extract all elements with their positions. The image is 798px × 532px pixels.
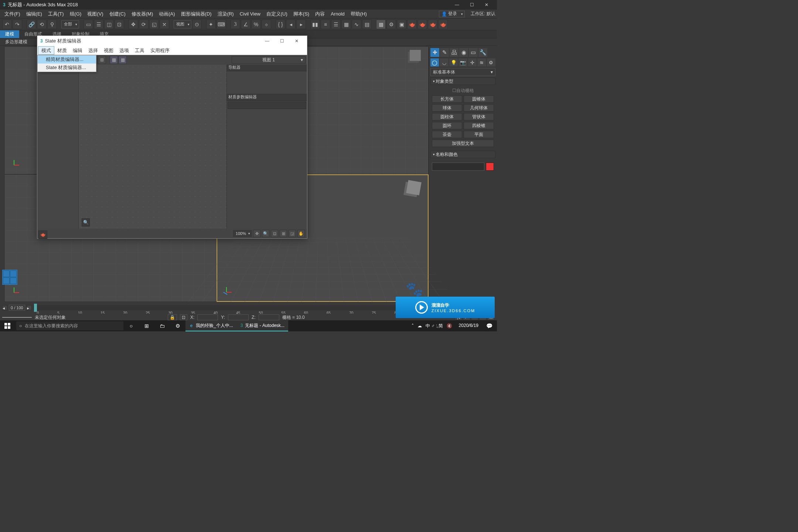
viewcube-icon[interactable] xyxy=(406,180,422,195)
viewcube-icon[interactable] xyxy=(410,50,421,61)
prim-sphere-button[interactable]: 球体 xyxy=(432,104,462,112)
mode-slate-item[interactable]: Slate 材质编辑器... xyxy=(38,64,96,72)
slate-zoomregion-button[interactable]: ⊡ xyxy=(271,230,278,237)
selset-next-button[interactable]: ▸ xyxy=(296,20,306,29)
menu-tools[interactable]: 工具(T) xyxy=(45,10,67,18)
tray-up-icon[interactable]: ˄ xyxy=(412,323,414,328)
menu-group[interactable]: 组(G) xyxy=(67,10,85,18)
menu-grapheditors[interactable]: 图形编辑器(D) xyxy=(178,10,215,18)
coord-x-field[interactable] xyxy=(197,314,218,320)
menu-content[interactable]: 内容 xyxy=(312,10,328,18)
cmd-tab-utilities[interactable]: 🔧 xyxy=(478,48,487,57)
pivot-button[interactable]: ⊙ xyxy=(192,20,202,29)
current-frame-display[interactable]: 0 / 100 xyxy=(9,305,25,311)
slate-zoomextents-button[interactable]: ⊞ xyxy=(280,230,287,237)
polymodeling-chip[interactable]: 多边形建模 xyxy=(2,39,30,45)
timeline-prev-button[interactable]: ◂ xyxy=(2,305,7,310)
rotate-button[interactable]: ⟳ xyxy=(139,20,149,29)
window-maximize-button[interactable]: ☐ xyxy=(464,0,479,10)
create-shapes-button[interactable]: ◡ xyxy=(440,58,448,66)
login-dropdown[interactable]: 👤 登录 xyxy=(439,11,465,17)
ime-status[interactable]: 中 ♂ :,简 xyxy=(426,323,443,329)
slate-menu-options[interactable]: 选项 xyxy=(116,46,132,55)
slate-menu-utilities[interactable]: 实用程序 xyxy=(147,46,173,55)
undo-button[interactable]: ↶ xyxy=(2,20,12,29)
create-geometry-button[interactable]: ◯ xyxy=(430,58,439,66)
create-cameras-button[interactable]: 📷 xyxy=(458,58,467,66)
settings-button[interactable]: ⚙ xyxy=(170,320,185,331)
render-setup-button[interactable]: ⚙ xyxy=(386,20,396,29)
slate-menu-view[interactable]: 视图 xyxy=(101,46,116,55)
select-name-button[interactable]: ☰ xyxy=(94,20,103,29)
taskbar-search[interactable]: ○ 在这里输入你要搜索的内容 xyxy=(16,321,123,330)
timeline-next-button[interactable]: ▸ xyxy=(27,305,32,310)
slate-menu-mode[interactable]: 模式 xyxy=(38,46,54,55)
refcoord-dropdown[interactable]: 视图 xyxy=(174,20,191,28)
prim-cylinder-button[interactable]: 圆柱体 xyxy=(432,113,462,120)
cmd-tab-create[interactable]: ✚ xyxy=(430,48,439,57)
keymode-button[interactable]: ⌨ xyxy=(216,20,226,29)
prim-box-button[interactable]: 长方体 xyxy=(432,95,462,103)
prim-pyramid-button[interactable]: 四棱锥 xyxy=(464,122,494,129)
slate-titlebar[interactable]: 3 Slate 材质编辑器 — ☐ ✕ xyxy=(37,36,307,46)
explorer-button[interactable]: 🗀 xyxy=(154,320,170,331)
redo-button[interactable]: ↷ xyxy=(13,20,22,29)
workspace-label[interactable]: 工作区: 默认 xyxy=(471,11,495,17)
volume-icon[interactable]: 🔇 xyxy=(447,323,452,328)
align-button[interactable]: ≡ xyxy=(321,20,330,29)
onedrive-icon[interactable]: ☁ xyxy=(417,323,422,328)
slate-menu-select[interactable]: 选择 xyxy=(85,46,101,55)
menu-arnold[interactable]: Arnold xyxy=(328,10,348,18)
prim-torus-button[interactable]: 圆环 xyxy=(432,122,462,129)
menu-edit[interactable]: 编辑(E) xyxy=(23,10,45,18)
slate-node-view[interactable]: 🔍 xyxy=(79,65,226,229)
cmd-tab-motion[interactable]: ◉ xyxy=(459,48,468,57)
slate-material-browser[interactable] xyxy=(37,65,79,229)
lock-selection-button[interactable]: 🔒 xyxy=(168,314,177,320)
viewport-layout-button[interactable] xyxy=(2,270,17,285)
isolate-button[interactable]: ⊡ xyxy=(180,314,187,320)
prim-teapot-button[interactable]: 茶壶 xyxy=(432,131,462,138)
render-activeshade-button[interactable]: 🫖 xyxy=(428,20,437,29)
window-minimize-button[interactable]: — xyxy=(450,0,464,10)
slate-navgrid-button[interactable]: ▦ xyxy=(119,56,127,64)
autogrid-checkbox[interactable]: ☐ 自动栅格 xyxy=(432,87,494,94)
link-button[interactable]: 🔗 xyxy=(27,20,36,29)
menu-create[interactable]: 创建(C) xyxy=(106,10,129,18)
cmd-tab-modify[interactable]: ✎ xyxy=(440,48,449,57)
material-editor-button[interactable]: ▩ xyxy=(376,20,386,29)
move-button[interactable]: ✥ xyxy=(129,20,138,29)
render-frame-button[interactable]: ▣ xyxy=(397,20,406,29)
object-color-swatch[interactable] xyxy=(486,163,494,171)
selection-filter-dropdown[interactable]: 全部 xyxy=(61,20,79,28)
slate-param-name-field[interactable] xyxy=(228,102,306,109)
slate-maximize-button[interactable]: ☐ xyxy=(274,36,289,46)
create-category-dropdown[interactable]: 标准基本体 xyxy=(430,68,495,76)
slate-preview-button[interactable]: 🫖 xyxy=(38,231,47,239)
slate-menu-edit[interactable]: 编辑 xyxy=(70,46,85,55)
select-button[interactable]: ▭ xyxy=(83,20,93,29)
ribbon-tab-modeling[interactable]: 建模 xyxy=(0,30,19,38)
menu-civilview[interactable]: Civil View xyxy=(237,10,263,18)
slate-pan-button[interactable]: ✥ xyxy=(253,230,260,237)
slate-minimize-button[interactable]: — xyxy=(260,36,274,46)
manipulate-button[interactable]: ✦ xyxy=(206,20,216,29)
slate-menu-tools[interactable]: 工具 xyxy=(132,46,147,55)
slate-zoomextsel-button[interactable]: ◲ xyxy=(289,230,296,237)
slate-menu-material[interactable]: 材质 xyxy=(54,46,70,55)
menu-animation[interactable]: 动画(A) xyxy=(156,10,178,18)
create-lights-button[interactable]: 💡 xyxy=(449,58,458,66)
angle-snap-button[interactable]: ∠ xyxy=(241,20,250,29)
start-button[interactable] xyxy=(0,320,15,331)
slate-zoom-dropdown[interactable]: 100% xyxy=(233,230,252,237)
menu-modifiers[interactable]: 修改器(M) xyxy=(129,10,156,18)
snap-toggle-button[interactable]: 3 xyxy=(231,20,240,29)
percent-snap-button[interactable]: % xyxy=(251,20,261,29)
slate-panview-button[interactable]: ✋ xyxy=(297,230,305,237)
select-region-button[interactable]: ◫ xyxy=(104,20,114,29)
slate-navigator[interactable] xyxy=(227,71,307,94)
create-spacewarps-button[interactable]: ≋ xyxy=(477,58,486,66)
slate-param-header[interactable]: 材质参数编辑器 xyxy=(227,94,307,101)
render-online-button[interactable]: 🫖 xyxy=(438,20,448,29)
rollout-objecttype[interactable]: 对象类型 xyxy=(430,78,495,85)
